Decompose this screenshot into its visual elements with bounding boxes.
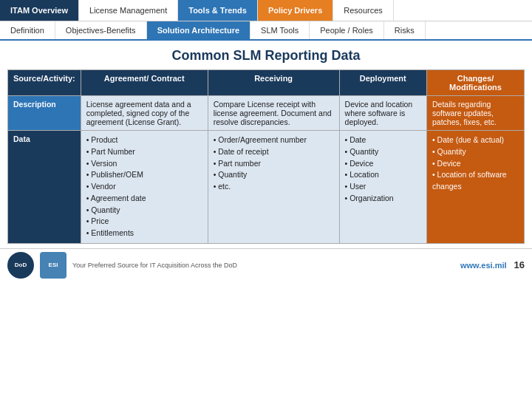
data-row: Data Product Part Number Version Publish… <box>8 131 525 244</box>
footer-website: www.esi.mil <box>460 261 507 270</box>
list-item: Quantity <box>86 205 202 216</box>
nav-license-management[interactable]: License Management <box>79 0 178 21</box>
list-item: Agreement date <box>86 193 202 205</box>
desc-agreement: License agreement data and a completed, … <box>81 96 208 131</box>
slm-table: Source/Activity: Agreement/ Contract Rec… <box>7 69 525 244</box>
data-receiving: Order/Agreement number Date of receipt P… <box>208 131 339 244</box>
desc-changes: Details regarding software updates, patc… <box>427 96 525 131</box>
subnav-definition[interactable]: Definition <box>0 21 55 39</box>
list-item: Quantity <box>345 146 421 158</box>
list-item: etc. <box>214 181 334 193</box>
list-item: Date of receipt <box>214 146 334 158</box>
col-header-deployment: Deployment <box>339 70 426 96</box>
subnav-solution-arch[interactable]: Solution Architecture <box>147 21 250 39</box>
desc-deployment: Device and location where software is de… <box>339 96 426 131</box>
list-item: Entitlements <box>86 228 202 239</box>
changes-list: Date (due & actual) Quantity Device Loca… <box>432 134 519 193</box>
data-agreement: Product Part Number Version Publisher/OE… <box>81 131 208 244</box>
list-item: Vendor <box>86 181 202 193</box>
list-item: Version <box>86 158 202 170</box>
col-header-agreement: Agreement/ Contract <box>81 70 208 96</box>
row-label-description: Description <box>8 96 81 131</box>
list-item: Date (due & actual) <box>432 134 519 146</box>
footer-tagline: Your Preferred Source for IT Acquisition… <box>72 262 237 269</box>
list-item: Date <box>345 134 421 146</box>
list-item: User <box>345 181 421 193</box>
esi-logo: ESI <box>40 252 66 279</box>
list-item: Organization <box>345 193 421 205</box>
col-header-receiving: Receiving <box>208 70 339 96</box>
col-header-changes: Changes/ Modifications <box>427 70 525 96</box>
sub-nav: Definition Objectives-Benefits Solution … <box>0 21 532 41</box>
list-item: Device <box>345 158 421 170</box>
list-item: Publisher/OEM <box>86 169 202 181</box>
dod-logo: DoD <box>7 252 34 279</box>
dod-logo-text: DoD <box>15 262 27 268</box>
list-item: Part number <box>214 158 334 170</box>
subnav-risks[interactable]: Risks <box>384 21 426 39</box>
footer-right-group: www.esi.mil 16 <box>460 259 525 270</box>
subnav-slm-tools[interactable]: SLM Tools <box>250 21 310 39</box>
nav-itam-overview[interactable]: ITAM Overview <box>0 0 79 21</box>
list-item: Location <box>345 169 421 181</box>
nav-resources[interactable]: Resources <box>333 0 394 21</box>
list-item: Quantity <box>214 169 334 181</box>
description-row: Description License agreement data and a… <box>8 96 525 131</box>
footer: DoD ESI Your Preferred Source for IT Acq… <box>0 248 532 282</box>
nav-policy-drivers[interactable]: Policy Drivers <box>258 0 333 21</box>
agreement-list: Product Part Number Version Publisher/OE… <box>86 134 202 239</box>
data-changes: Date (due & actual) Quantity Device Loca… <box>427 131 525 244</box>
list-item: Part Number <box>86 146 202 158</box>
col-header-source: Source/Activity: <box>8 70 81 96</box>
row-label-data: Data <box>8 131 81 244</box>
list-item: Location of software changes <box>432 169 519 193</box>
deployment-list: Date Quantity Device Location User Organ… <box>345 134 421 205</box>
desc-receiving: Compare License receipt with license agr… <box>208 96 339 131</box>
top-nav: ITAM Overview License Management Tools &… <box>0 0 532 21</box>
receiving-list: Order/Agreement number Date of receipt P… <box>214 134 334 193</box>
list-item: Device <box>432 158 519 170</box>
esi-logo-text: ESI <box>49 262 58 268</box>
page-title: Common SLM Reporting Data <box>0 41 532 69</box>
list-item: Quantity <box>432 146 519 158</box>
page-number: 16 <box>514 259 525 270</box>
nav-tools-trends[interactable]: Tools & Trends <box>178 0 258 21</box>
subnav-objectives[interactable]: Objectives-Benefits <box>55 21 147 39</box>
list-item: Price <box>86 216 202 228</box>
data-deployment: Date Quantity Device Location User Organ… <box>339 131 426 244</box>
list-item: Order/Agreement number <box>214 134 334 146</box>
list-item: Product <box>86 134 202 146</box>
subnav-people-roles[interactable]: People / Roles <box>310 21 384 39</box>
footer-left: DoD ESI Your Preferred Source for IT Acq… <box>7 252 237 279</box>
